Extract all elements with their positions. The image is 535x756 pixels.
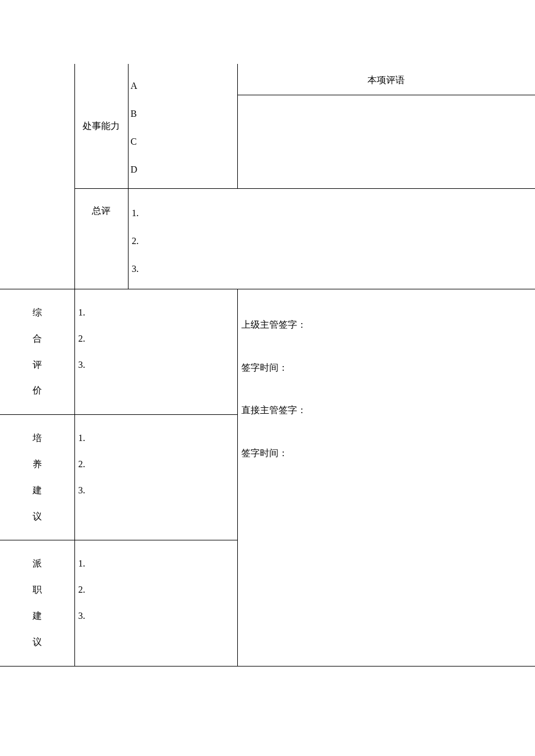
subcategory-ability: 处事能力 — [74, 64, 128, 189]
cat3-c2: 合 — [0, 326, 74, 352]
cat4-c3: 建 — [0, 478, 74, 504]
cat5-c4: 议 — [0, 629, 74, 655]
comment-cell: 本项评语 — [237, 64, 535, 189]
signature-cell: 上级主管签字： 签字时间： 直接主管签字： 签字时间： — [237, 289, 535, 667]
cat3-c1: 综 — [0, 300, 74, 326]
train-num-2: 2. — [79, 452, 235, 478]
train-num-3: 3. — [79, 478, 235, 504]
comp-num-1: 1. — [79, 300, 235, 326]
train-num-1: 1. — [79, 425, 235, 452]
overall-nums-cell: 1. 2. 3. — [128, 189, 535, 289]
comp-num-2: 2. — [79, 326, 235, 352]
category-comprehensive: 综 合 评 价 — [0, 289, 74, 415]
assign-num-1: 1. — [79, 551, 235, 577]
comment-body — [238, 95, 536, 177]
training-nums-cell: 1. 2. 3. — [74, 415, 237, 540]
cat5-c3: 建 — [0, 603, 74, 629]
sign-time-2: 签字时间： — [241, 432, 532, 475]
overall-num-2: 2. — [132, 227, 533, 255]
sign-time-1: 签字时间： — [241, 346, 532, 389]
evaluation-table: 处事能力 A B C D 本项评语 总评 1. — [0, 64, 535, 667]
option-a: A — [131, 72, 235, 100]
comp-num-3: 3. — [79, 352, 235, 378]
overall-num-3: 3. — [132, 255, 533, 283]
cat5-c2: 职 — [0, 577, 74, 603]
option-b: B — [131, 100, 235, 128]
cat3-c3: 评 — [0, 352, 74, 378]
cat3-c4: 价 — [0, 378, 74, 404]
option-d: D — [131, 156, 235, 184]
subcategory-ability-label: 处事能力 — [83, 121, 120, 131]
assignment-nums-cell: 1. 2. 3. — [74, 540, 237, 666]
category-training: 培 养 建 议 — [0, 415, 74, 540]
cat4-c4: 议 — [0, 504, 74, 530]
overall-num-1: 1. — [132, 199, 533, 227]
cat4-c1: 培 — [0, 425, 74, 452]
sign-direct: 直接主管签字： — [241, 389, 532, 432]
option-c: C — [131, 128, 235, 156]
document-page: 处事能力 A B C D 本项评语 总评 1. — [0, 0, 535, 667]
subcategory-overall-label: 总评 — [92, 206, 110, 216]
cat5-c1: 派 — [0, 551, 74, 577]
options-cell: A B C D — [128, 64, 237, 189]
cat4-c2: 养 — [0, 452, 74, 478]
sign-superior: 上级主管签字： — [241, 303, 532, 346]
category-blank — [0, 64, 74, 289]
category-assignment: 派 职 建 议 — [0, 540, 74, 666]
comprehensive-nums-cell: 1. 2. 3. — [74, 289, 237, 415]
assign-num-3: 3. — [79, 603, 235, 629]
subcategory-overall: 总评 — [74, 189, 128, 289]
comment-header: 本项评语 — [238, 64, 536, 95]
assign-num-2: 2. — [79, 577, 235, 603]
